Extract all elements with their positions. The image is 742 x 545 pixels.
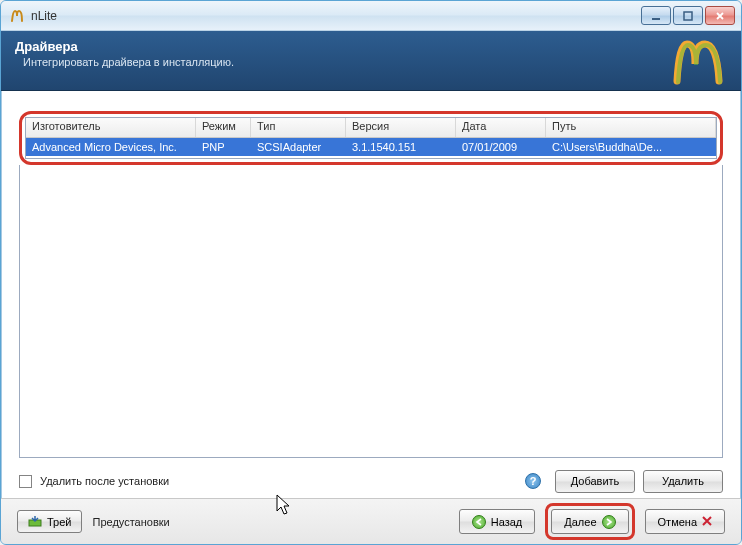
cell-date: 07/01/2009 (456, 141, 546, 153)
next-button-highlight: Далее (545, 503, 634, 540)
page-header: Драйвера Интегрировать драйвера в инстал… (1, 31, 741, 91)
driver-list-highlight: Изготовитель Режим Тип Версия Дата Путь … (19, 111, 723, 165)
col-type[interactable]: Тип (251, 118, 346, 137)
table-empty-area[interactable] (19, 165, 723, 458)
window-title: nLite (31, 9, 641, 23)
cell-maker: Advanced Micro Devices, Inc. (26, 141, 196, 153)
col-date[interactable]: Дата (456, 118, 546, 137)
cancel-label: Отмена (658, 516, 697, 528)
table-header: Изготовитель Режим Тип Версия Дата Путь (26, 118, 716, 138)
next-button[interactable]: Далее (551, 509, 628, 534)
titlebar[interactable]: nLite (1, 1, 741, 31)
minimize-button[interactable] (641, 6, 671, 25)
svg-rect-0 (652, 18, 660, 20)
presets-link[interactable]: Предустановки (92, 516, 169, 528)
col-mode[interactable]: Режим (196, 118, 251, 137)
add-button-label: Добавить (571, 475, 620, 487)
cancel-x-icon (702, 516, 712, 528)
nlite-logo-icon (667, 36, 727, 86)
col-version[interactable]: Версия (346, 118, 456, 137)
arrow-left-icon (472, 515, 486, 529)
back-label: Назад (491, 516, 523, 528)
table-row[interactable]: Advanced Micro Devices, Inc. PNP SCSIAda… (26, 138, 716, 156)
cell-mode: PNP (196, 141, 251, 153)
cancel-button[interactable]: Отмена (645, 509, 725, 534)
remove-button-label: Удалить (662, 475, 704, 487)
nlite-window: nLite Драйвера Интегрировать драйвера в … (0, 0, 742, 545)
col-maker[interactable]: Изготовитель (26, 118, 196, 137)
remove-button[interactable]: Удалить (643, 470, 723, 493)
page-title: Драйвера (15, 39, 727, 54)
cell-version: 3.1.1540.151 (346, 141, 456, 153)
options-row: Удалить после установки ? Добавить Удали… (19, 468, 723, 494)
svg-rect-1 (684, 12, 692, 20)
help-icon[interactable]: ? (525, 473, 541, 489)
arrow-right-icon (602, 515, 616, 529)
delete-after-install-checkbox[interactable] (19, 475, 32, 488)
tray-button[interactable]: Трей (17, 510, 82, 533)
footer: Трей Предустановки Назад Далее Отмена (1, 498, 741, 544)
cell-type: SCSIAdapter (251, 141, 346, 153)
delete-after-install-label: Удалить после установки (40, 475, 169, 487)
back-button[interactable]: Назад (459, 509, 536, 534)
page-subtitle: Интегрировать драйвера в инсталляцию. (15, 56, 727, 68)
next-label: Далее (564, 516, 596, 528)
tray-icon (28, 515, 42, 529)
content-area: Изготовитель Режим Тип Версия Дата Путь … (1, 91, 741, 498)
col-path[interactable]: Путь (546, 118, 716, 137)
tray-label: Трей (47, 516, 71, 528)
cell-path: C:\Users\Buddha\De... (546, 141, 716, 153)
app-icon (9, 8, 25, 24)
add-button[interactable]: Добавить (555, 470, 635, 493)
close-button[interactable] (705, 6, 735, 25)
maximize-button[interactable] (673, 6, 703, 25)
